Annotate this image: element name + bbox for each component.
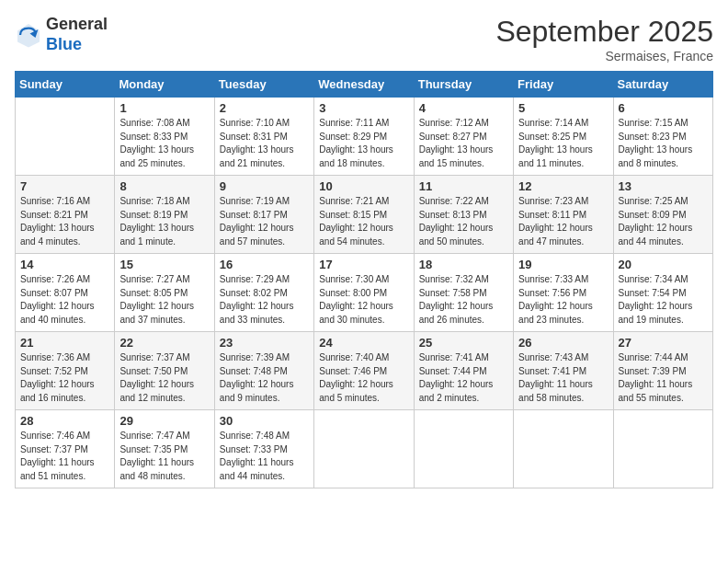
day-info: Sunrise: 7:32 AMSunset: 7:58 PMDaylight:… xyxy=(419,273,508,327)
header-thursday: Thursday xyxy=(414,72,513,98)
day-number: 11 xyxy=(419,179,508,193)
day-number: 8 xyxy=(119,179,209,193)
day-info: Sunrise: 7:10 AMSunset: 8:31 PMDaylight:… xyxy=(220,117,309,170)
day-info: Sunrise: 7:36 AMSunset: 7:52 PMDaylight:… xyxy=(20,351,109,405)
day-info: Sunrise: 7:29 AMSunset: 8:02 PMDaylight:… xyxy=(220,273,309,327)
day-info: Sunrise: 7:15 AMSunset: 8:23 PMDaylight:… xyxy=(619,117,708,170)
day-number: 23 xyxy=(220,336,309,350)
day-info: Sunrise: 7:11 AMSunset: 8:29 PMDaylight:… xyxy=(319,117,408,170)
day-number: 4 xyxy=(419,101,508,115)
calendar-cell: 9Sunrise: 7:19 AMSunset: 8:17 PMDaylight… xyxy=(214,176,313,254)
day-info: Sunrise: 7:19 AMSunset: 8:17 PMDaylight:… xyxy=(220,195,309,248)
day-number: 26 xyxy=(518,336,608,350)
calendar-week-row: 21Sunrise: 7:36 AMSunset: 7:52 PMDayligh… xyxy=(16,332,713,410)
calendar-cell: 27Sunrise: 7:44 AMSunset: 7:39 PMDayligh… xyxy=(613,332,712,410)
day-number: 22 xyxy=(119,336,209,350)
day-number: 9 xyxy=(220,179,309,193)
calendar-cell: 21Sunrise: 7:36 AMSunset: 7:52 PMDayligh… xyxy=(16,332,115,410)
calendar-week-row: 7Sunrise: 7:16 AMSunset: 8:21 PMDaylight… xyxy=(16,176,713,254)
calendar-cell: 26Sunrise: 7:43 AMSunset: 7:41 PMDayligh… xyxy=(514,332,613,410)
calendar-cell: 18Sunrise: 7:32 AMSunset: 7:58 PMDayligh… xyxy=(414,254,513,332)
day-info: Sunrise: 7:21 AMSunset: 8:15 PMDaylight:… xyxy=(319,195,408,248)
calendar-week-row: 28Sunrise: 7:46 AMSunset: 7:37 PMDayligh… xyxy=(16,410,713,488)
day-info: Sunrise: 7:40 AMSunset: 7:46 PMDaylight:… xyxy=(319,351,408,405)
calendar-cell: 15Sunrise: 7:27 AMSunset: 8:05 PMDayligh… xyxy=(115,254,214,332)
day-info: Sunrise: 7:46 AMSunset: 7:37 PMDaylight:… xyxy=(20,430,109,483)
day-number: 27 xyxy=(619,336,708,350)
calendar-cell: 19Sunrise: 7:33 AMSunset: 7:56 PMDayligh… xyxy=(514,254,613,332)
day-info: Sunrise: 7:25 AMSunset: 8:09 PMDaylight:… xyxy=(619,195,708,248)
calendar-cell xyxy=(613,410,712,488)
day-info: Sunrise: 7:39 AMSunset: 7:48 PMDaylight:… xyxy=(220,351,309,405)
calendar-cell: 24Sunrise: 7:40 AMSunset: 7:46 PMDayligh… xyxy=(314,332,414,410)
calendar-week-row: 1Sunrise: 7:08 AMSunset: 8:33 PMDaylight… xyxy=(16,98,713,176)
day-number: 29 xyxy=(119,414,209,428)
calendar-cell: 20Sunrise: 7:34 AMSunset: 7:54 PMDayligh… xyxy=(613,254,712,332)
day-info: Sunrise: 7:26 AMSunset: 8:07 PMDaylight:… xyxy=(20,273,109,327)
calendar-cell: 17Sunrise: 7:30 AMSunset: 8:00 PMDayligh… xyxy=(314,254,414,332)
calendar-cell: 1Sunrise: 7:08 AMSunset: 8:33 PMDaylight… xyxy=(115,98,214,176)
day-number: 5 xyxy=(518,101,608,115)
month-title: September 2025 xyxy=(495,15,713,49)
calendar-table: SundayMondayTuesdayWednesdayThursdayFrid… xyxy=(15,71,713,488)
calendar-header-row: SundayMondayTuesdayWednesdayThursdayFrid… xyxy=(16,72,713,98)
calendar-cell: 25Sunrise: 7:41 AMSunset: 7:44 PMDayligh… xyxy=(414,332,513,410)
logo-icon xyxy=(15,21,42,49)
day-info: Sunrise: 7:16 AMSunset: 8:21 PMDaylight:… xyxy=(20,195,109,248)
day-number: 10 xyxy=(319,179,408,193)
header-monday: Monday xyxy=(115,72,214,98)
calendar-cell: 30Sunrise: 7:48 AMSunset: 7:33 PMDayligh… xyxy=(214,410,313,488)
day-number: 6 xyxy=(619,101,708,115)
calendar-cell: 10Sunrise: 7:21 AMSunset: 8:15 PMDayligh… xyxy=(314,176,414,254)
day-number: 1 xyxy=(119,101,209,115)
day-info: Sunrise: 7:43 AMSunset: 7:41 PMDaylight:… xyxy=(518,351,608,405)
day-info: Sunrise: 7:41 AMSunset: 7:44 PMDaylight:… xyxy=(419,351,508,405)
day-info: Sunrise: 7:34 AMSunset: 7:54 PMDaylight:… xyxy=(619,273,708,327)
calendar-cell: 11Sunrise: 7:22 AMSunset: 8:13 PMDayligh… xyxy=(414,176,513,254)
day-number: 3 xyxy=(319,101,408,115)
day-info: Sunrise: 7:08 AMSunset: 8:33 PMDaylight:… xyxy=(119,117,209,170)
day-info: Sunrise: 7:47 AMSunset: 7:35 PMDaylight:… xyxy=(119,430,209,483)
header-wednesday: Wednesday xyxy=(314,72,414,98)
calendar-cell: 29Sunrise: 7:47 AMSunset: 7:35 PMDayligh… xyxy=(115,410,214,488)
day-number: 12 xyxy=(518,179,608,193)
day-info: Sunrise: 7:18 AMSunset: 8:19 PMDaylight:… xyxy=(119,195,209,248)
header-sunday: Sunday xyxy=(16,72,115,98)
header-tuesday: Tuesday xyxy=(214,72,313,98)
header-saturday: Saturday xyxy=(613,72,712,98)
day-number: 20 xyxy=(619,258,708,271)
title-block: September 2025 Sermaises, France xyxy=(495,15,713,63)
day-number: 15 xyxy=(119,258,209,271)
calendar-cell: 3Sunrise: 7:11 AMSunset: 8:29 PMDaylight… xyxy=(314,98,414,176)
calendar-cell: 4Sunrise: 7:12 AMSunset: 8:27 PMDaylight… xyxy=(414,98,513,176)
day-number: 7 xyxy=(20,179,109,193)
logo: General Blue xyxy=(15,15,108,54)
day-number: 18 xyxy=(419,258,508,271)
location-subtitle: Sermaises, France xyxy=(495,49,713,63)
day-number: 13 xyxy=(619,179,708,193)
calendar-cell: 5Sunrise: 7:14 AMSunset: 8:25 PMDaylight… xyxy=(514,98,613,176)
day-number: 28 xyxy=(20,414,109,428)
day-number: 21 xyxy=(20,336,109,350)
day-info: Sunrise: 7:37 AMSunset: 7:50 PMDaylight:… xyxy=(119,351,209,405)
calendar-cell: 7Sunrise: 7:16 AMSunset: 8:21 PMDaylight… xyxy=(16,176,115,254)
calendar-cell xyxy=(514,410,613,488)
calendar-cell: 28Sunrise: 7:46 AMSunset: 7:37 PMDayligh… xyxy=(16,410,115,488)
calendar-cell xyxy=(414,410,513,488)
day-number: 25 xyxy=(419,336,508,350)
calendar-cell: 13Sunrise: 7:25 AMSunset: 8:09 PMDayligh… xyxy=(613,176,712,254)
calendar-cell xyxy=(314,410,414,488)
day-number: 17 xyxy=(319,258,408,271)
header-friday: Friday xyxy=(514,72,613,98)
calendar-cell: 6Sunrise: 7:15 AMSunset: 8:23 PMDaylight… xyxy=(613,98,712,176)
calendar-cell xyxy=(16,98,115,176)
calendar-cell: 23Sunrise: 7:39 AMSunset: 7:48 PMDayligh… xyxy=(214,332,313,410)
calendar-week-row: 14Sunrise: 7:26 AMSunset: 8:07 PMDayligh… xyxy=(16,254,713,332)
day-number: 14 xyxy=(20,258,109,271)
day-number: 2 xyxy=(220,101,309,115)
calendar-cell: 8Sunrise: 7:18 AMSunset: 8:19 PMDaylight… xyxy=(115,176,214,254)
day-number: 24 xyxy=(319,336,408,350)
calendar-cell: 14Sunrise: 7:26 AMSunset: 8:07 PMDayligh… xyxy=(16,254,115,332)
day-info: Sunrise: 7:27 AMSunset: 8:05 PMDaylight:… xyxy=(119,273,209,327)
day-info: Sunrise: 7:44 AMSunset: 7:39 PMDaylight:… xyxy=(619,351,708,405)
